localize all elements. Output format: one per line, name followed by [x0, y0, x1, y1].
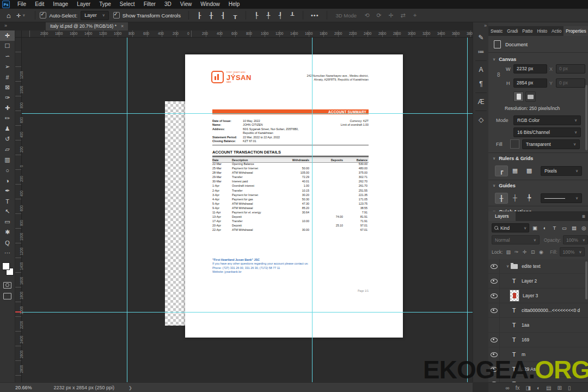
tool-type[interactable]: T [0, 196, 15, 206]
lock-position-icon[interactable]: ✛ [521, 248, 528, 255]
menu-image[interactable]: Image [48, 0, 72, 9]
document-tab[interactable]: Italy id.psd @ 20.7% (RGB/16) * × [46, 22, 128, 30]
visibility-toggle[interactable] [488, 289, 500, 303]
align-top-edges-icon[interactable]: ┰ [231, 11, 240, 20]
distribute-bottom-edges-icon[interactable]: ┸ [288, 11, 297, 20]
home-icon[interactable]: ⌂ [7, 11, 11, 20]
visibility-toggle[interactable] [488, 274, 500, 288]
layer-row[interactable]: Layer 3 [488, 289, 588, 303]
tool-more-tools[interactable]: ⋯ [0, 248, 15, 258]
3d-drag-icon[interactable]: ✛ [387, 11, 395, 20]
opacity-select[interactable]: 100%∨ [563, 235, 588, 244]
tool-object-selection[interactable]: ➢ [0, 62, 15, 72]
layer-fill-select[interactable]: 100%∨ [560, 247, 585, 256]
more-options-icon[interactable]: ••• [311, 12, 319, 19]
libraries-panel-icon[interactable]: ◇ [473, 113, 489, 127]
filter-pixel-layers-icon[interactable]: ▣ [531, 224, 539, 232]
screen-mode-icon[interactable] [3, 293, 11, 299]
orientation-landscape-button[interactable] [525, 91, 536, 102]
clone-source-panel-icon[interactable]: ≔ [473, 45, 489, 59]
lock-image-pixels-icon[interactable]: ✑ [513, 248, 520, 255]
layer-filter-select[interactable]: Kind ∨ [492, 223, 529, 232]
height-field[interactable]: 2854 px [513, 78, 547, 88]
tab-patte[interactable]: Patte [520, 26, 535, 36]
filter-type-layers-icon[interactable]: T [550, 224, 559, 232]
tool-eyedropper[interactable]: ✑ [0, 93, 15, 103]
toggle-guides-icon[interactable]: ╂ [495, 193, 508, 204]
guide-vertical[interactable] [312, 37, 313, 382]
bit-depth-select[interactable]: 16 Bits/Channel∨ [513, 127, 581, 137]
ruler-left[interactable]: 1200100080060040020002004006008001000120… [15, 37, 22, 382]
filter-search-icon[interactable]: ◎ [580, 224, 588, 232]
tool-gradient[interactable]: ▥ [0, 155, 15, 165]
guide-horizontal[interactable] [21, 113, 473, 114]
3d-rotate-icon[interactable]: ⟲ [363, 11, 371, 20]
filter-adjustment-layers-icon[interactable]: ◐ [541, 224, 549, 232]
delete-layer-icon[interactable]: ▯ [568, 385, 571, 391]
tool-rectangle[interactable]: ▭ [0, 217, 15, 227]
menu-select[interactable]: Select [115, 0, 139, 9]
show-transform-checkbox[interactable] [113, 12, 120, 19]
tool-path-selection[interactable]: ↖ [0, 206, 15, 217]
visibility-toggle[interactable] [488, 259, 500, 273]
tool-zoom[interactable]: Q [0, 237, 15, 248]
scrollbar[interactable] [585, 261, 587, 299]
add-layer-mask-icon[interactable]: ◨ [526, 385, 531, 391]
ruler-top[interactable]: 2000180016001400120010008006004002000200… [15, 30, 473, 38]
toggle-grid-icon[interactable]: ▦ [509, 166, 521, 175]
layer-row[interactable]: T169 [488, 333, 588, 347]
width-field[interactable]: 2232 px [513, 64, 547, 74]
auto-select-target-select[interactable]: Layer∨ [81, 11, 109, 20]
align-right-edges-icon[interactable]: ┨ [219, 11, 228, 20]
3d-roll-icon[interactable]: ⟳ [375, 11, 383, 20]
guide-vertical[interactable] [127, 37, 127, 382]
lock-all-icon[interactable]: ◉ [537, 248, 544, 255]
brush-settings-panel-icon[interactable]: ✎ [473, 30, 489, 45]
filter-shape-layers-icon[interactable]: ▭ [560, 224, 568, 232]
menu-help[interactable]: Help [224, 0, 244, 9]
expand-panels-chevron[interactable]: » [473, 22, 489, 30]
rulers-grids-section-header[interactable]: ∨ Rulers & Grids [493, 156, 533, 161]
toggle-rulers-icon[interactable]: ┏ [495, 166, 508, 176]
tab-histo[interactable]: Histo [535, 26, 549, 36]
chevron-down-icon[interactable]: ∨ [506, 264, 509, 268]
color-swatches[interactable] [0, 260, 15, 279]
fill-select[interactable]: Transparent∨ [522, 139, 580, 149]
tool-dodge[interactable]: ◑ [0, 175, 15, 186]
toolbar-collapse-chevron[interactable]: » [4, 23, 7, 28]
quick-mask-icon[interactable] [3, 282, 11, 289]
document-page[interactable]: FIRST HEARTLAND JÝSAN BANK 242 Nursultan… [185, 54, 403, 338]
layer-row[interactable]: Tcitta0000000...<<<<<<<<0 d [488, 303, 588, 318]
ruler-units-select[interactable]: Pixels∨ [541, 166, 582, 176]
layer-row[interactable]: ∨edite text [488, 259, 588, 274]
distribute-right-edges-icon[interactable]: ┦ [276, 11, 285, 20]
chevron-right-icon[interactable]: ❯ [128, 385, 132, 390]
canvas[interactable]: FIRST HEARTLAND JÝSAN BANK 242 Nursultan… [15, 30, 473, 382]
auto-select-checkbox[interactable] [40, 12, 46, 19]
smart-guides-icon[interactable]: ╄ [523, 193, 535, 203]
toggle-snap-icon[interactable]: ▩ [523, 166, 535, 175]
layer-row[interactable]: T1aa [488, 318, 588, 333]
distribute-horizontal-centers-icon[interactable]: ╀ [264, 11, 273, 20]
tool-history-brush[interactable]: ↺ [0, 134, 15, 144]
scrollbar[interactable] [585, 85, 587, 150]
tool-clone-stamp[interactable]: ♟ [0, 124, 15, 134]
lock-guides-icon[interactable]: ┼ [509, 193, 521, 203]
menu-file[interactable]: File [13, 0, 30, 9]
guide-horizontal[interactable] [21, 312, 473, 313]
visibility-toggle[interactable] [488, 303, 500, 317]
distribute-left-edges-icon[interactable]: ┞ [252, 11, 261, 20]
tool-frame[interactable]: ⊠ [0, 82, 15, 93]
guide-style-select[interactable]: ∨ [541, 193, 582, 203]
menu-type[interactable]: Type [95, 0, 115, 9]
menu-view[interactable]: View [176, 0, 197, 9]
tool-lasso[interactable]: ∽ [0, 51, 15, 62]
close-tab-icon[interactable]: × [121, 23, 124, 29]
new-group-icon[interactable]: ▤ [546, 385, 551, 391]
tool-crop[interactable]: # [0, 72, 15, 82]
foreground-color-swatch[interactable] [2, 262, 10, 270]
glyphs-panel-icon[interactable]: Æ [473, 95, 489, 109]
menu-layer[interactable]: Layer [72, 0, 95, 9]
tool-blur[interactable]: ○ [0, 165, 15, 175]
fill-swatch[interactable] [510, 139, 519, 149]
